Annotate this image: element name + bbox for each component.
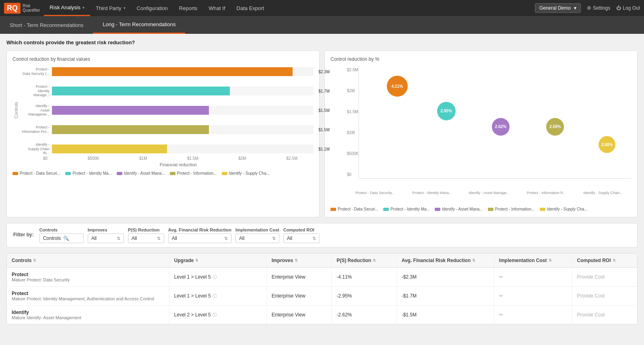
column-label: Implementation Cost xyxy=(499,258,547,263)
filter-group-financial: Avg. Financial Risk Reduction All ⇅ xyxy=(168,227,231,243)
td-improves: Enterprise View xyxy=(267,287,332,305)
legend-item: Identify - Asset Mana... xyxy=(117,171,165,176)
legend-color xyxy=(435,208,440,211)
edit-icon[interactable]: ✏ xyxy=(499,312,567,318)
table-column-header[interactable]: Improves⇅ xyxy=(267,254,332,267)
td-implementation-cost[interactable]: ✏ xyxy=(494,306,572,324)
improves-value: Enterprise View xyxy=(272,312,326,318)
column-label: Avg. Financial Risk Reduction xyxy=(402,258,471,263)
table-column-header[interactable]: Implementation Cost⇅ xyxy=(494,254,572,267)
bar-label: Protect -Information Pro... xyxy=(21,125,50,134)
table-column-header[interactable]: Controls⇅ xyxy=(7,254,169,267)
td-implementation-cost[interactable]: ✏ xyxy=(494,268,572,286)
controls-filter-input[interactable]: Controls 🔍 xyxy=(39,233,84,243)
sort-icon: ⇅ xyxy=(33,258,36,262)
bubble-chart-area: $2.5M$2M$1.5M$1M$500K$0 4.11%2.95%2.62%2… xyxy=(359,66,632,179)
td-ps-reduction: -2.95% xyxy=(332,287,396,305)
legend-item: Protect - Identity Ma... xyxy=(383,207,430,211)
bubble-x-tick: Identify - Supply Chain... xyxy=(574,191,632,195)
bar-row: Protect -Data Security (...$2.3M xyxy=(21,66,314,77)
demo-selector[interactable]: General Demo ▾ xyxy=(535,3,581,13)
roi-value: Provide Cost xyxy=(577,312,632,318)
bar-fill xyxy=(52,106,209,115)
nav-right: General Demo ▾ ⚙ Settings ⏻ Log Out xyxy=(535,3,640,13)
table-header: Controls⇅Upgrade⇅Improves⇅P(S) Reduction… xyxy=(7,254,637,268)
table-column-header[interactable]: Avg. Financial Risk Reduction⇅ xyxy=(397,254,494,267)
table-column-header[interactable]: Upgrade⇅ xyxy=(169,254,267,267)
bar-chart-title: Control reduction by financial values xyxy=(12,56,314,62)
bubble: 2.58% xyxy=(546,118,564,136)
improves-value: Enterprise View xyxy=(272,274,326,280)
td-computed-roi: Provide Cost xyxy=(572,287,637,305)
y-axis-tick: $2.5M xyxy=(347,68,359,72)
legend-item: Protect - Data Securi... xyxy=(330,207,378,211)
bubble-chart-legend: Protect - Data Securi...Protect - Identi… xyxy=(330,207,632,211)
logo-rq: RQ xyxy=(4,3,21,14)
sort-icon: ⇅ xyxy=(472,258,475,262)
td-upgrade: Level 1 > Level 5 ⓘ xyxy=(169,287,267,305)
bubble-x-tick: Protect - Identity Mana... xyxy=(404,191,461,195)
legend-color xyxy=(222,172,227,175)
roi-filter-select[interactable]: All ⇅ xyxy=(283,233,320,243)
column-label: Upgrade xyxy=(174,258,194,263)
legend-label: Protect - Data Securi... xyxy=(338,207,378,211)
nav-configuration[interactable]: Configuration xyxy=(131,0,173,16)
bar-track: $1.1M xyxy=(52,145,314,153)
legend-label: Protect - Information... xyxy=(177,171,217,176)
upgrade-label: Level 1 > Level 5 xyxy=(174,293,211,299)
legend-item: Identify - Supply Cha... xyxy=(222,171,270,176)
logout-button[interactable]: ⏻ Log Out xyxy=(616,5,640,11)
tab-long-term[interactable]: Long - Term Recommendations xyxy=(93,16,185,34)
y-axis-tick: $2M xyxy=(347,89,359,93)
bar-track: $1.5M xyxy=(52,125,314,134)
info-icon[interactable]: ⓘ xyxy=(213,312,217,318)
info-icon[interactable]: ⓘ xyxy=(213,274,217,280)
td-upgrade: Level 1 > Level 5 ⓘ xyxy=(169,268,267,286)
charts-row: Control reduction by financial values Co… xyxy=(6,50,638,217)
td-computed-roi: Provide Cost xyxy=(572,268,637,286)
tab-short-term[interactable]: Short - Term Recommendations xyxy=(0,16,93,34)
legend-label: Identify - Supply Cha... xyxy=(229,171,270,176)
impl-cost-filter-select[interactable]: All ⇅ xyxy=(235,233,279,243)
edit-icon[interactable]: ✏ xyxy=(499,293,567,299)
nav-what-if[interactable]: What If xyxy=(203,0,231,16)
bar-track: $1.5M xyxy=(52,106,314,115)
upgrade-label: Level 2 > Level 5 xyxy=(174,312,211,318)
legend-label: Protect - Identity Ma... xyxy=(390,207,430,211)
bubble-x-tick: Protect - Information P... xyxy=(518,191,575,195)
column-label: Computed ROI xyxy=(577,258,611,263)
legend-color xyxy=(12,172,18,175)
nav-third-party[interactable]: Third Party ▾ xyxy=(90,0,131,16)
roi-value: Provide Cost xyxy=(577,274,632,280)
logo[interactable]: RQ Risk Quantifier xyxy=(4,3,40,14)
control-sub: Mature Identify: Asset Management xyxy=(12,315,164,320)
ps-filter-select[interactable]: All ⇅ xyxy=(128,233,164,243)
filter-group-ps-reduction: P(S) Reduction All ⇅ xyxy=(128,227,164,243)
improves-filter-select[interactable]: All ⇅ xyxy=(88,233,124,243)
sort-icon: ⇅ xyxy=(613,258,616,262)
edit-icon[interactable]: ✏ xyxy=(499,274,567,280)
table-column-header[interactable]: Computed ROI⇅ xyxy=(572,254,637,267)
bar-row: Protect -Identity Manage...$1.7M xyxy=(21,85,314,97)
info-icon[interactable]: ⓘ xyxy=(213,293,217,299)
bar-track: $2.3M xyxy=(52,67,314,76)
nav-reports[interactable]: Reports xyxy=(173,0,203,16)
chevron-down-icon: ▾ xyxy=(124,6,126,10)
nav-risk-analysis[interactable]: Risk Analysis ▾ xyxy=(44,0,90,16)
bar-y-label: Controls xyxy=(12,66,20,155)
recommendations-table: Controls⇅Upgrade⇅Improves⇅P(S) Reduction… xyxy=(6,253,638,324)
roi-value: Provide Cost xyxy=(577,293,632,299)
y-axis-tick: $0 xyxy=(347,172,359,177)
table-column-header[interactable]: P(S) Reduction⇅ xyxy=(332,254,396,267)
td-control: ProtectMature Protect: Identity Manageme… xyxy=(7,287,169,305)
legend-item: Protect - Information... xyxy=(488,207,535,211)
settings-button[interactable]: ⚙ Settings xyxy=(587,5,610,11)
td-control: IdentifyMature Identify: Asset Managemen… xyxy=(7,306,169,324)
filter-label: Filter by: xyxy=(13,232,34,239)
bar-fill xyxy=(52,145,167,153)
financial-filter-select[interactable]: All ⇅ xyxy=(168,233,231,243)
nav-data-export[interactable]: Data Export xyxy=(231,0,270,16)
td-implementation-cost[interactable]: ✏ xyxy=(494,287,572,305)
ps-value: -2.62% xyxy=(336,312,391,318)
td-ps-reduction: -2.62% xyxy=(332,306,396,324)
